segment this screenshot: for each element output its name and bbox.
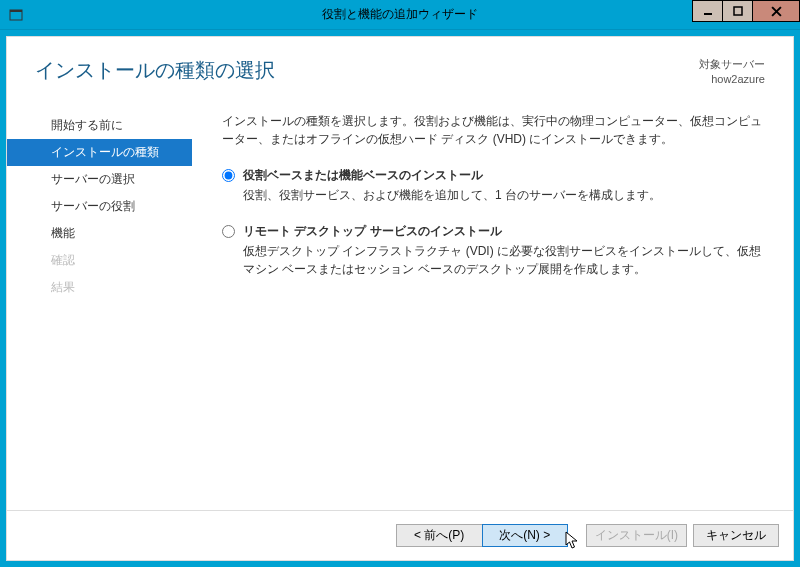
footer: < 前へ(P) 次へ(N) > インストール(I) キャンセル	[7, 510, 793, 560]
content-outer: インストールの種類の選択 対象サーバー how2azure 開始する前に インス…	[0, 30, 800, 567]
minimize-button[interactable]	[692, 0, 723, 22]
app-icon	[8, 7, 24, 23]
sidebar: 開始する前に インストールの種類 サーバーの選択 サーバーの役割 機能 確認 結…	[7, 102, 192, 510]
window-controls	[693, 0, 800, 22]
wizard-window: 役割と機能の追加ウィザード インストールの種類の選択 対象サーバー how2az…	[0, 0, 800, 567]
radio-role-based[interactable]	[222, 169, 235, 182]
body: 開始する前に インストールの種類 サーバーの選択 サーバーの役割 機能 確認 結…	[7, 102, 793, 510]
option-role-based[interactable]: 役割ベースまたは機能ベースのインストール 役割、役割サービス、および機能を追加し…	[222, 167, 765, 205]
radio-rds[interactable]	[222, 225, 235, 238]
option-rds-desc: 仮想デスクトップ インフラストラクチャ (VDI) に必要な役割サービスをインス…	[243, 242, 765, 279]
nav-button-group: < 前へ(P) 次へ(N) >	[396, 524, 568, 547]
header: インストールの種類の選択 対象サーバー how2azure	[7, 37, 793, 102]
nav-installation-type[interactable]: インストールの種類	[7, 139, 192, 166]
maximize-button[interactable]	[722, 0, 753, 22]
titlebar: 役割と機能の追加ウィザード	[0, 0, 800, 30]
option-rds-body: リモート デスクトップ サービスのインストール 仮想デスクトップ インフラストラ…	[243, 223, 765, 279]
intro-text: インストールの種類を選択します。役割および機能は、実行中の物理コンピューター、仮…	[222, 112, 765, 149]
option-role-based-desc: 役割、役割サービス、および機能を追加して、1 台のサーバーを構成します。	[243, 186, 765, 205]
nav-confirmation: 確認	[7, 247, 192, 274]
nav-server-roles[interactable]: サーバーの役割	[7, 193, 192, 220]
option-rds-title: リモート デスクトップ サービスのインストール	[243, 223, 765, 240]
window-title: 役割と機能の追加ウィザード	[0, 6, 800, 23]
nav-results: 結果	[7, 274, 192, 301]
content: インストールの種類の選択 対象サーバー how2azure 開始する前に インス…	[6, 36, 794, 561]
nav-before-you-begin[interactable]: 開始する前に	[7, 112, 192, 139]
nav-server-selection[interactable]: サーバーの選択	[7, 166, 192, 193]
svg-rect-2	[704, 13, 712, 15]
svg-rect-3	[734, 7, 742, 15]
target-server-label: 対象サーバー	[699, 57, 765, 72]
option-rds[interactable]: リモート デスクトップ サービスのインストール 仮想デスクトップ インフラストラ…	[222, 223, 765, 279]
install-button: インストール(I)	[586, 524, 687, 547]
option-role-based-title: 役割ベースまたは機能ベースのインストール	[243, 167, 765, 184]
page-title: インストールの種類の選択	[35, 57, 275, 84]
main: インストールの種類を選択します。役割および機能は、実行中の物理コンピューター、仮…	[192, 102, 793, 510]
prev-button[interactable]: < 前へ(P)	[396, 524, 482, 547]
nav-features[interactable]: 機能	[7, 220, 192, 247]
option-role-based-body: 役割ベースまたは機能ベースのインストール 役割、役割サービス、および機能を追加し…	[243, 167, 765, 205]
close-button[interactable]	[752, 0, 800, 22]
next-button[interactable]: 次へ(N) >	[482, 524, 568, 547]
target-server: 対象サーバー how2azure	[699, 57, 765, 88]
svg-rect-1	[10, 10, 22, 12]
cancel-button[interactable]: キャンセル	[693, 524, 779, 547]
target-server-value: how2azure	[699, 72, 765, 87]
